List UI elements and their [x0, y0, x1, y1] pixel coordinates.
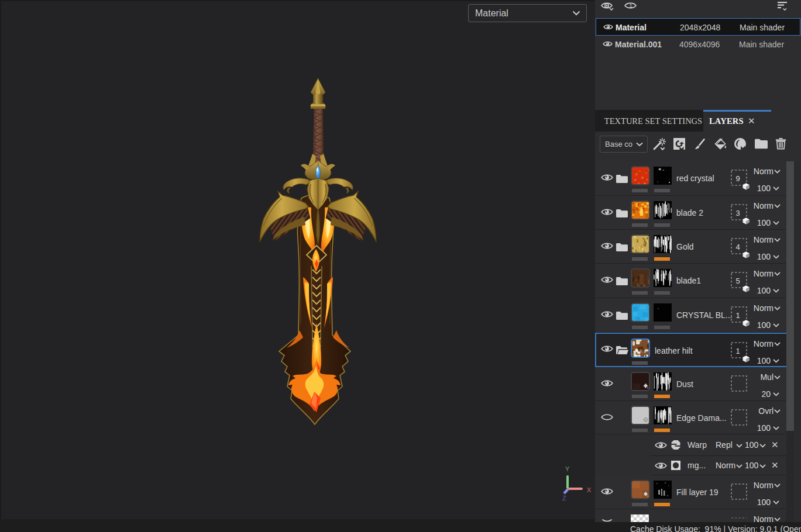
svg-text:1: 1	[629, 2, 632, 9]
svg-text:X: X	[587, 486, 592, 493]
svg-text:Y: Y	[565, 465, 570, 472]
svg-text:Z: Z	[562, 495, 566, 502]
